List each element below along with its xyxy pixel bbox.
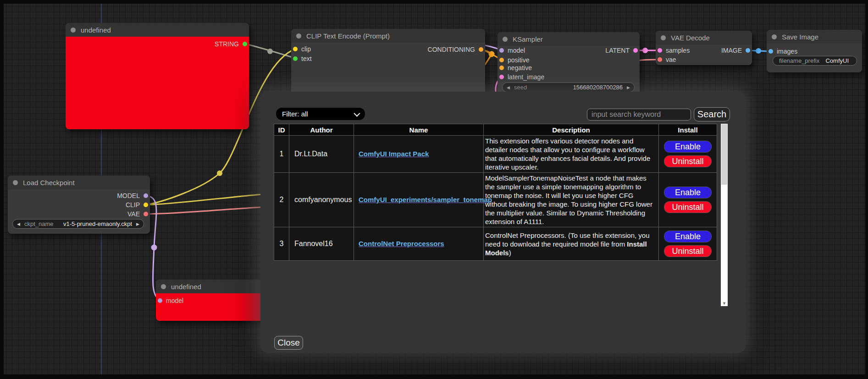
output-port-clip[interactable]: CLIP [126, 202, 148, 208]
input-port-model[interactable]: model [158, 297, 183, 304]
output-port-vae[interactable]: VAE [127, 211, 148, 217]
enable-button[interactable]: Enable [664, 187, 712, 198]
node-title: Save Image [782, 33, 818, 41]
port-dot [243, 42, 247, 46]
extension-id-cell: 1 [274, 136, 289, 173]
extension-install-cell: EnableUninstall [659, 173, 717, 227]
widget-value: ComfyUI [825, 57, 851, 64]
port-dot [158, 298, 162, 303]
node-status-dot [13, 180, 18, 185]
ckpt-name-widget[interactable]: ◀ ckpt_name v1-5-pruned-emaonly.ckpt ▶ [12, 219, 144, 229]
column-header: Name [354, 124, 484, 136]
decrement-arrow-icon[interactable]: ◀ [503, 85, 514, 90]
decrement-arrow-icon[interactable]: ◀ [13, 222, 24, 226]
node-load-checkpoint[interactable]: Load Checkpoint MODEL CLIP VAE ◀ ckpt_na… [8, 176, 150, 234]
description-text: ModelSamplerTonemapNoiseTest a node that… [485, 174, 652, 225]
uninstall-button[interactable]: Uninstall [664, 245, 712, 257]
node-save-image[interactable]: Save Image images filename_prefix ComfyU… [767, 30, 862, 72]
description-text: ) [509, 249, 511, 257]
canvas-frame [0, 0, 868, 4]
extension-link[interactable]: ControlNet Preprocessors [359, 240, 444, 247]
extension-author-cell: comfyanonymous [289, 173, 354, 227]
port-dot [144, 212, 148, 216]
extension-row: 2comfyanonymousComfyUI_experiments/sampl… [274, 173, 717, 227]
port-dot [658, 57, 662, 62]
extension-description-cell: ControlNet Preprocessors. (To use this e… [484, 227, 659, 261]
port-dot [293, 47, 298, 51]
port-dot [633, 48, 638, 53]
filter-dropdown-label: Filter: all [276, 110, 308, 118]
extension-row: 3Fannovel16ControlNet PreprocessorsContr… [274, 227, 717, 261]
scrollbar-thumb[interactable] [721, 124, 727, 185]
node-status-dot [71, 27, 76, 33]
node-title: VAE Decode [671, 34, 710, 42]
port-dot [768, 49, 773, 54]
scrollbar-down-arrow-icon[interactable]: ▼ [721, 301, 728, 306]
filter-dropdown[interactable]: Filter: all [276, 108, 365, 120]
output-port-latent[interactable]: LATENT [605, 47, 638, 54]
search-button[interactable]: Search [694, 107, 730, 121]
node-ksampler[interactable]: KSampler model positive negative latent_… [498, 32, 640, 96]
extension-description-cell: This extension offers various detector n… [484, 136, 659, 173]
extension-author-cell: Dr.Lt.Data [289, 136, 354, 173]
filename-prefix-widget[interactable]: filename_prefix ComfyUI [773, 56, 857, 66]
node-undefined-top[interactable]: undefined STRING [66, 23, 249, 129]
column-header: ID [274, 124, 289, 136]
node-vae-decode[interactable]: VAE Decode samples vae IMAGE [656, 31, 752, 65]
extension-author-cell: Fannovel16 [289, 227, 354, 261]
enable-button[interactable]: Enable [664, 141, 712, 153]
node-graph-canvas[interactable]: undefined STRING CLIP Text Encode (Promp… [0, 0, 868, 379]
output-port-string[interactable]: STRING [215, 41, 247, 47]
extension-manager-dialog: Filter: all Search IDAuthorNameDescripti… [260, 92, 746, 353]
canvas-frame [865, 0, 868, 379]
node-status-dot [296, 33, 301, 38]
output-port-conditioning[interactable]: CONDITIONING [428, 46, 483, 53]
port-dot [479, 47, 483, 52]
increment-arrow-icon[interactable]: ▶ [132, 222, 144, 226]
search-input[interactable] [587, 109, 691, 121]
canvas-frame [0, 0, 4, 379]
node-status-dot [772, 34, 777, 39]
increment-arrow-icon[interactable]: ▶ [623, 85, 634, 90]
close-button[interactable]: Close [274, 336, 303, 350]
node-status-dot [661, 35, 666, 40]
node-title: CLIP Text Encode (Prompt) [306, 32, 390, 40]
node-status-dot [161, 284, 166, 289]
node-title: KSampler [513, 35, 543, 43]
extension-link[interactable]: ComfyUI Impact Pack [359, 150, 429, 158]
extension-name-cell: ControlNet Preprocessors [354, 227, 484, 261]
table-scrollbar[interactable]: ▼ [721, 124, 728, 306]
input-port-vae[interactable]: vae [658, 56, 676, 63]
input-port-text[interactable]: text [293, 55, 312, 62]
description-text: ControlNet Preprocessors. (To use this e… [485, 231, 650, 248]
port-dot [499, 66, 504, 70]
chevron-down-icon [354, 110, 360, 116]
seed-widget[interactable]: ◀ seed 156680208700286 ▶ [502, 82, 635, 92]
node-status-dot [503, 37, 508, 42]
input-port-model[interactable]: model [499, 47, 525, 54]
extension-id-cell: 3 [274, 227, 289, 261]
input-port-samples[interactable]: samples [658, 47, 690, 54]
enable-button[interactable]: Enable [664, 231, 712, 242]
node-title: Load Checkpoint [23, 179, 75, 187]
extension-link[interactable]: ComfyUI_experiments/sampler_tonemap [359, 196, 492, 203]
extension-install-cell: EnableUninstall [659, 136, 717, 173]
uninstall-button[interactable]: Uninstall [664, 155, 712, 167]
widget-label: seed [514, 84, 527, 91]
input-port-images[interactable]: images [768, 48, 797, 55]
output-port-model[interactable]: MODEL [117, 192, 148, 199]
node-title: undefined [81, 26, 111, 34]
input-port-latent-image[interactable]: latent_image [499, 74, 544, 80]
input-port-clip[interactable]: clip [293, 46, 311, 52]
input-port-positive[interactable]: positive [499, 57, 529, 63]
node-title: undefined [171, 283, 201, 291]
port-dot [746, 48, 750, 53]
output-port-image[interactable]: IMAGE [721, 47, 750, 54]
canvas-frame [0, 374, 868, 379]
node-undefined-bottom[interactable]: undefined model [156, 280, 271, 321]
input-port-negative[interactable]: negative [499, 65, 532, 71]
uninstall-button[interactable]: Uninstall [664, 201, 712, 213]
port-dot [144, 203, 148, 207]
description-text: This extension offers various detector n… [485, 137, 650, 171]
port-dot [499, 75, 504, 79]
